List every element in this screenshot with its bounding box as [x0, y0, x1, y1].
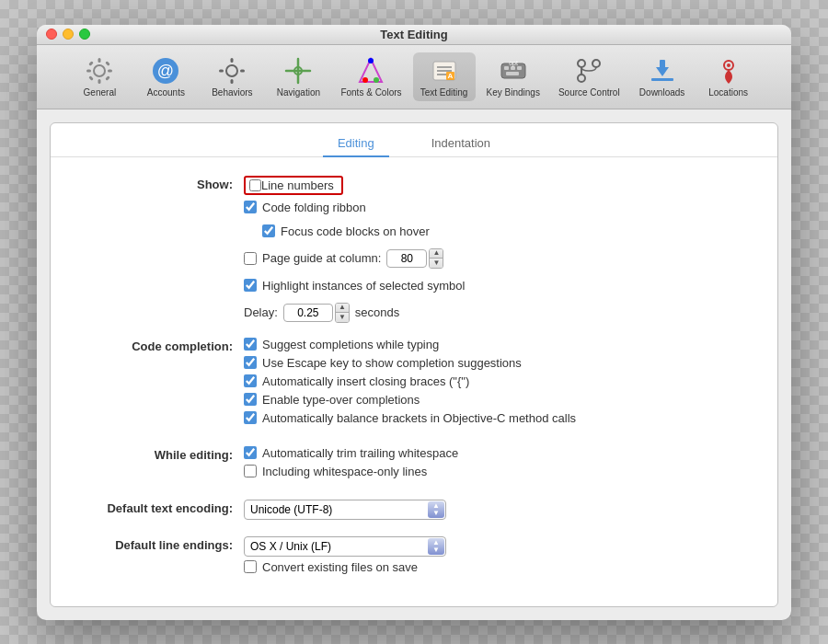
cc-typeover-label: Enable type-over completions	[262, 393, 420, 407]
svg-rect-32	[517, 66, 522, 70]
main-window: Text Editing General	[37, 25, 791, 620]
line-endings-dropdown-wrapper: OS X / Unix (LF) Classic Mac OS (CR) Win…	[244, 536, 446, 557]
tab-editing[interactable]: Editing	[323, 131, 389, 157]
svg-point-21	[374, 77, 379, 83]
svg-rect-6	[106, 61, 111, 66]
highlight-instances-label: Highlight instances of selected symbol	[262, 279, 465, 293]
encoding-dropdown-wrapper: Unicode (UTF-8) UTF-16 Western (ISO Lati…	[244, 500, 446, 520]
close-button[interactable]	[46, 29, 57, 40]
toolbar-item-navigation[interactable]: Navigation	[267, 52, 329, 101]
source-control-icon	[574, 56, 604, 86]
toolbar-item-locations[interactable]: Locations	[697, 52, 760, 101]
code-folding-row: Code folding ribbon	[78, 201, 750, 219]
source-control-label: Source Control	[558, 87, 620, 98]
page-guide-input[interactable]	[386, 249, 427, 268]
highlight-instances-checkbox-row: Highlight instances of selected symbol	[244, 279, 750, 293]
cc-braces-checkbox[interactable]	[244, 374, 257, 387]
downloads-icon	[648, 56, 677, 86]
highlight-instances-checkbox[interactable]	[244, 279, 257, 292]
convert-section: Convert existing files on save	[78, 560, 750, 579]
general-label: General	[84, 87, 117, 98]
delay-down-button[interactable]: ▼	[336, 313, 349, 322]
cc-suggest-checkbox[interactable]	[244, 338, 257, 351]
svg-text:A: A	[447, 72, 453, 80]
cc-escape-row: Use Escape key to show completion sugges…	[244, 356, 750, 370]
code-folding-checkbox[interactable]	[244, 201, 257, 213]
toolbar-item-behaviors[interactable]: Behaviors	[201, 52, 263, 101]
we-whitespace-checkbox[interactable]	[244, 465, 257, 477]
svg-point-43	[727, 63, 730, 67]
navigation-icon	[283, 56, 313, 86]
toolbar-item-downloads[interactable]: Downloads	[631, 52, 694, 101]
toolbar-item-general[interactable]: General	[68, 52, 131, 101]
toolbar: General @ Accounts	[37, 45, 791, 109]
svg-text:opt: opt	[509, 60, 518, 67]
show-section: Show: Line numbers Co	[78, 176, 750, 323]
delay-controls: Delay: ▲ ▼ seconds	[244, 303, 750, 323]
svg-point-37	[578, 75, 585, 82]
page-guide-checkbox-row: Page guide at column: ▲ ▼	[244, 248, 750, 269]
toolbar-item-fonts-colors[interactable]: Fonts & Colors	[333, 52, 408, 101]
navigation-label: Navigation	[277, 87, 320, 98]
fonts-colors-label: Fonts & Colors	[340, 87, 401, 98]
svg-rect-14	[219, 69, 224, 72]
page-guide-down-button[interactable]: ▼	[430, 259, 443, 268]
key-bindings-label: Key Bindings	[487, 87, 540, 98]
cc-typeover-checkbox[interactable]	[244, 393, 257, 406]
cc-balance-label: Automatically balance brackets in Object…	[262, 411, 576, 425]
maximize-button[interactable]	[79, 29, 90, 40]
svg-rect-2	[98, 79, 101, 84]
delay-up-button[interactable]: ▲	[336, 304, 349, 313]
svg-text:@: @	[157, 62, 174, 80]
we-trim-label: Automatically trim trailing whitespace	[262, 446, 458, 460]
toolbar-item-source-control[interactable]: Source Control	[551, 52, 627, 101]
svg-rect-5	[89, 61, 95, 66]
cc-balance-checkbox[interactable]	[244, 411, 257, 424]
we-trim-checkbox[interactable]	[244, 446, 257, 459]
convert-existing-label: Convert existing files on save	[262, 560, 418, 574]
cc-braces-label: Automatically insert closing braces ("{"…	[262, 374, 469, 388]
tab-indentation[interactable]: Indentation	[417, 131, 505, 157]
focus-code-checkbox[interactable]	[262, 224, 275, 237]
toolbar-item-text-editing[interactable]: A Text Editing	[413, 52, 476, 101]
highlight-instances-row: Highlight instances of selected symbol	[78, 279, 750, 297]
encoding-select[interactable]: Unicode (UTF-8) UTF-16 Western (ISO Lati…	[244, 500, 446, 520]
tabs: Editing Indentation	[51, 123, 777, 157]
accounts-icon: @	[151, 56, 180, 86]
cc-suggest-label: Suggest completions while typing	[262, 338, 439, 351]
delay-row: Delay: ▲ ▼ seconds	[78, 303, 750, 323]
line-endings-section: Default line endings: OS X / Unix (LF) C…	[78, 536, 750, 557]
page-guide-checkbox[interactable]	[244, 252, 257, 265]
code-folding-checkbox-row: Code folding ribbon	[244, 201, 750, 214]
locations-icon	[714, 56, 743, 86]
minimize-button[interactable]	[63, 29, 74, 40]
downloads-label: Downloads	[639, 87, 684, 98]
line-endings-label: Default line endings:	[115, 538, 233, 552]
svg-rect-33	[506, 72, 519, 75]
line-endings-select[interactable]: OS X / Unix (LF) Classic Mac OS (CR) Win…	[244, 536, 446, 557]
encoding-label: Default text encoding:	[107, 501, 233, 515]
locations-label: Locations	[708, 87, 748, 98]
svg-point-22	[368, 58, 374, 63]
cc-escape-label: Use Escape key to show completion sugges…	[262, 356, 522, 370]
settings-content: Show: Line numbers Co	[51, 157, 777, 606]
page-guide-stepper: ▲ ▼	[429, 248, 443, 269]
svg-rect-3	[86, 69, 91, 72]
while-editing-label: While editing:	[155, 448, 233, 462]
cc-escape-checkbox[interactable]	[244, 356, 257, 369]
convert-existing-checkbox[interactable]	[244, 560, 257, 573]
focus-code-checkbox-row: Focus code blocks on hover	[244, 224, 750, 238]
code-folding-label: Code folding ribbon	[262, 201, 366, 214]
svg-rect-41	[660, 60, 665, 70]
line-numbers-checkbox[interactable]	[249, 179, 261, 191]
we-whitespace-label: Including whitespace-only lines	[262, 465, 427, 478]
delay-input[interactable]	[283, 304, 333, 322]
toolbar-item-key-bindings[interactable]: opt Key Bindings	[479, 52, 547, 101]
toolbar-item-accounts[interactable]: @ Accounts	[134, 52, 197, 101]
svg-rect-39	[651, 78, 673, 81]
titlebar: Text Editing	[37, 25, 791, 45]
svg-rect-8	[106, 75, 111, 81]
cc-braces-row: Automatically insert closing braces ("{"…	[244, 374, 750, 388]
page-guide-up-button[interactable]: ▲	[430, 249, 443, 259]
while-editing-section: While editing: Automatically trim traili…	[78, 446, 750, 483]
